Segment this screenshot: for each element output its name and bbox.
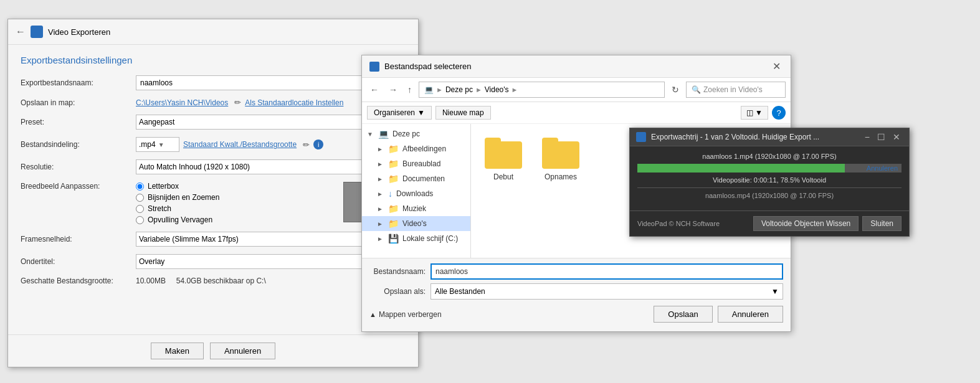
edit-path-icon[interactable]: ✏ <box>234 98 241 107</box>
queue-close-button[interactable]: ✕ <box>890 132 903 142</box>
search-bar: 🔍 Zoeken in Video's <box>686 82 786 98</box>
radio-opvulling-input[interactable] <box>136 216 144 224</box>
format-label: Bestandsindeling: <box>21 140 136 149</box>
resolution-select[interactable]: Auto Match Inhoud (1920 x 1080) ▼ <box>136 159 392 174</box>
app-icon <box>31 26 43 38</box>
framerate-value: Variabele (Slimme Max 17fps) <box>139 235 239 244</box>
radio-letterbox-label: Letterbox <box>148 182 179 191</box>
queue-dialog: Exportwachtrij - 1 van 2 Voltooid. Huidi… <box>629 128 910 237</box>
back-button[interactable]: ← <box>16 26 26 37</box>
filesize-value: 10.00MB <box>136 277 166 285</box>
radio-opvulling-label: Opvulling Vervagen <box>148 215 212 224</box>
preset-row: Preset: Aangepast ▼ <box>21 115 406 130</box>
radio-opvulling[interactable]: Opvulling Vervagen <box>136 215 331 224</box>
framerate-select[interactable]: Variabele (Slimme Max 17fps) ▼ <box>136 232 392 247</box>
queue-minimize-button[interactable]: − <box>862 132 872 142</box>
radio-stretch-input[interactable] <box>136 205 144 213</box>
file-dialog-close-button[interactable]: ✕ <box>770 60 783 72</box>
sidebar-lokale-schijf-label: Lokale schijf (C:) <box>402 234 458 243</box>
view-button[interactable]: ◫ ▼ <box>741 106 768 120</box>
format-quality-link[interactable]: Standaard Kwalt./Bestandsgrootte <box>183 140 297 149</box>
format-info-icon[interactable]: i <box>313 139 323 149</box>
sidebar-item-videos[interactable]: ► 📁 Video's <box>362 216 470 231</box>
list-item[interactable]: Debut <box>481 134 526 185</box>
queue-item-text: naamloos.mp4 (1920x1080 @ 17.00 FPS) <box>637 187 902 199</box>
save-folder-path[interactable]: C:\Users\Yasin NCH\Videos <box>136 98 228 107</box>
make-button[interactable]: Maken <box>151 343 204 359</box>
file-cancel-button[interactable]: Annuleren <box>718 306 783 323</box>
resolution-label: Resolutie: <box>21 163 136 171</box>
nav-refresh-button[interactable]: ↻ <box>668 83 682 96</box>
expand-arrow-icon: ► <box>377 176 384 182</box>
expand-arrow-icon: ► <box>377 191 384 197</box>
nav-forward-button[interactable]: → <box>386 83 401 96</box>
radio-stretch[interactable]: Stretch <box>136 204 331 213</box>
filetype-select[interactable]: Alle Bestanden ▼ <box>431 283 783 300</box>
clear-completed-button[interactable]: Voltooide Objecten Wissen <box>753 216 859 231</box>
sidebar-item-afbeeldingen[interactable]: ► 📁 Afbeeldingen <box>362 141 470 156</box>
status-text: Videopositie: 0:00:11, 78.5% Voltooid <box>637 176 902 184</box>
file-dialog-nav: ← → ↑ 💻 ► Deze pc ► Video's ► ↻ 🔍 Zoeken… <box>362 78 791 102</box>
new-folder-label: Nieuwe map <box>442 108 484 117</box>
folder-icon: 📁 <box>388 174 399 184</box>
resolution-row: Resolutie: Auto Match Inhoud (1920 x 108… <box>21 159 406 174</box>
queue-close-btn[interactable]: Sluiten <box>862 216 902 231</box>
set-default-link[interactable]: Als Standaardlocatie Instellen <box>245 98 343 107</box>
sidebar-item-deze-pc[interactable]: ▼ 💻 Deze pc <box>362 126 470 141</box>
radio-letterbox[interactable]: Letterbox <box>136 182 331 191</box>
expand-arrow-icon: ► <box>377 146 384 153</box>
search-placeholder: Zoeken in Video's <box>703 85 763 94</box>
sidebar-item-documenten[interactable]: ► 📁 Documenten <box>362 171 470 186</box>
footer-filename-input[interactable] <box>431 263 783 280</box>
file-dialog-title-left: Bestandspad selecteren <box>369 62 471 72</box>
new-folder-button[interactable]: Nieuwe map <box>435 106 491 120</box>
sidebar-item-bureaublad[interactable]: ► 📁 Bureaublad <box>362 156 470 171</box>
sidebar-downloads-label: Downloads <box>396 189 433 198</box>
folder-icon: 📁 <box>388 159 399 169</box>
hide-folders-control[interactable]: ▲ Mappen verbergen <box>369 310 442 319</box>
file-save-button[interactable]: Opslaan <box>654 306 712 323</box>
folder-icon: 📁 <box>388 219 399 229</box>
sidebar-item-lokale-schijf[interactable]: ► 💾 Lokale schijf (C:) <box>362 231 470 246</box>
queue-footer-text: VideoPad © NCH Software <box>637 220 720 227</box>
cancel-progress-link[interactable]: Annuleren <box>867 164 898 173</box>
expand-arrow-icon: ► <box>377 206 384 212</box>
export-cancel-button[interactable]: Annuleren <box>210 343 275 359</box>
sidebar-deze-pc-label: Deze pc <box>392 130 420 138</box>
toolbar-left: Organiseren ▼ Nieuwe map <box>367 106 491 120</box>
file-dialog-toolbar: Organiseren ▼ Nieuwe map ◫ ▼ ? <box>362 102 791 124</box>
organize-button[interactable]: Organiseren ▼ <box>367 106 432 120</box>
breadcrumb-pc[interactable]: Deze pc <box>445 85 473 94</box>
sidebar-item-muziek[interactable]: ► 📁 Muziek <box>362 201 470 216</box>
radio-bijsnijden-input[interactable] <box>136 194 144 202</box>
help-button[interactable]: ? <box>772 106 786 120</box>
filetype-value: Alle Bestanden <box>435 287 485 296</box>
footer-buttons: Opslaan Annuleren <box>654 306 783 323</box>
breadcrumb-videos[interactable]: Video's <box>485 85 509 94</box>
queue-content: naamloos 1.mp4 (1920x1080 @ 17.00 FPS) A… <box>630 146 909 210</box>
nav-up-button[interactable]: ↑ <box>404 83 415 96</box>
framerate-row: Framesnelheid: Variabele (Slimme Max 17f… <box>21 232 406 247</box>
radio-letterbox-input[interactable] <box>136 182 144 191</box>
list-item[interactable]: Opnames <box>538 134 583 185</box>
expand-arrow-icon: ► <box>377 235 384 242</box>
downloads-folder-icon: ↓ <box>388 189 392 199</box>
expand-arrow-icon: ► <box>377 220 384 227</box>
sidebar-bureaublad-label: Bureaublad <box>402 159 440 168</box>
sidebar-item-downloads[interactable]: ► ↓ Downloads <box>362 186 470 201</box>
radio-bijsnijden[interactable]: Bijsnijden en Zoemen <box>136 193 331 202</box>
export-footer: Maken Annuleren <box>8 334 418 367</box>
queue-title-text: Exportwachtrij - 1 van 2 Voltooid. Huidi… <box>651 133 819 141</box>
queue-maximize-button[interactable]: ☐ <box>875 132 888 142</box>
filename-row: Exportbestandsnaam: <box>21 75 406 90</box>
export-dialog: ← Video Exporteren Exportbestandsinstell… <box>7 19 419 367</box>
filetype-arrow-icon: ▼ <box>771 287 779 296</box>
queue-scroll-area: naamloos.mp4 (1920x1080 @ 17.00 FPS) <box>637 187 902 204</box>
sidebar-afbeeldingen-label: Afbeeldingen <box>402 144 446 153</box>
queue-title-left: Exportwachtrij - 1 van 2 Voltooid. Huidi… <box>636 132 819 142</box>
format-select[interactable]: .mp4 ▼ <box>136 137 179 152</box>
file-dialog-title: Bestandspad selecteren <box>384 62 471 71</box>
format-edit-icon[interactable]: ✏ <box>303 140 310 149</box>
nav-back-button[interactable]: ← <box>367 83 382 96</box>
queue-app-icon <box>636 132 646 142</box>
